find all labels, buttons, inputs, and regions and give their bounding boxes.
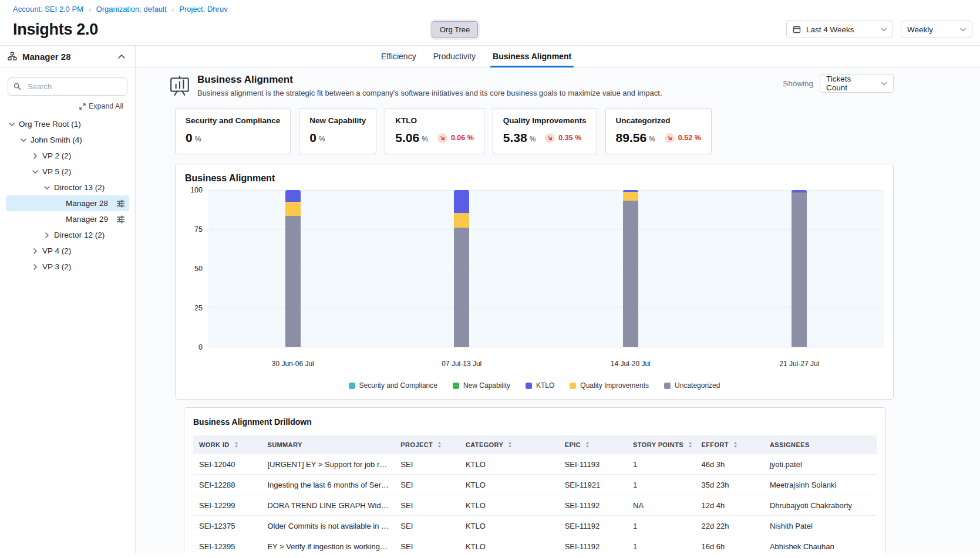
chevron-down-icon[interactable] [31,167,40,177]
chevron-down-icon[interactable] [7,120,16,129]
search-icon [14,83,21,90]
tab-productivity[interactable]: Productivity [431,46,478,67]
sort-icon[interactable] [436,441,443,448]
stacked-bar-14-jul-20-jul[interactable] [623,190,638,347]
tree-node-manager-28[interactable]: Manager 28 [6,195,129,211]
table-cell: 35d 23h [695,475,763,495]
tree-node-vp-2[interactable]: VP 2 (2) [6,148,129,164]
stacked-bar-30-jun-06-jul[interactable] [285,190,301,347]
breadcrumb-link-project[interactable]: Project: Dhruv [179,5,227,13]
table-cell: SEI [395,475,460,495]
stacked-bar-21-jul-27-jul[interactable] [792,190,807,347]
tree-node-vp-4[interactable]: VP 4 (2) [6,243,129,259]
table-cell: 16d 6h [695,536,763,554]
chevron-right-icon[interactable] [31,262,40,272]
sort-icon[interactable] [732,441,739,448]
column-header-label: WORK ID [199,441,230,448]
chart-legend: Security and ComplianceNew CapabilityKTL… [185,381,884,390]
x-axis-label: 30 Jun-06 Jul [208,360,378,368]
column-header-work-id[interactable]: WORK ID [193,435,261,454]
column-header-project[interactable]: PROJECT [395,435,460,454]
table-row-sei-12395[interactable]: SEI-12395EY > Verify if ingestion is wor… [193,536,877,554]
tree-node-vp-5[interactable]: VP 5 (2) [6,164,129,180]
chevron-down-icon[interactable] [42,183,52,192]
metric-label: New Capability [309,116,366,125]
drilldown-card: Business Alignment Drilldown WORK IDSUMM… [184,407,886,553]
chevron-down-icon[interactable] [19,136,28,145]
metric-unit: % [649,135,655,143]
column-header-inner: WORK ID [199,441,255,448]
search-input[interactable] [8,77,127,96]
date-range-dropdown[interactable]: Last 4 Weeks [786,21,893,38]
metric-card-uncategorized: Uncategorized89.56%0.52 % [605,108,712,154]
breadcrumb-separator-icon: › [89,6,91,13]
column-header-story-points[interactable]: STORY POINTS [627,435,695,454]
table-cell: 12d 4h [695,495,763,516]
table-row-sei-12375[interactable]: SEI-12375Older Commits is not available … [193,516,877,536]
metric-delta-value: 0.06 % [451,134,474,142]
chevron-right-icon[interactable] [31,246,40,256]
org-tree: Org Tree Root (1)John Smith (4)VP 2 (2)V… [0,116,135,275]
table-cell: Meetrajsinh Solanki [764,475,877,495]
column-header-label: STORY POINTS [633,441,683,448]
legend-item-ktlo[interactable]: KTLO [526,381,554,390]
tree-node-label: VP 4 (2) [42,246,71,255]
tree-node-org-tree-root[interactable]: Org Tree Root (1) [6,116,129,132]
legend-item-uncategorized[interactable]: Uncategorized [664,381,720,390]
sort-icon[interactable] [687,441,693,448]
tree-node-vp-3[interactable]: VP 3 (2) [6,259,129,275]
expand-all-button[interactable]: Expand All [0,96,135,113]
bar-segment-uncategorized [792,192,807,347]
stacked-bar-07-jul-13-jul[interactable] [454,190,469,347]
collapse-panel-button[interactable] [116,52,127,62]
tree-node-label: Org Tree Root (1) [19,120,81,128]
sidebar-title: Manager 28 [22,52,71,62]
table-row-sei-12299[interactable]: SEI-12299DORA TREND LINE GRAPH Widgets i… [193,495,877,516]
bar-segment-ktlo [454,190,469,213]
tree-node-john-smith[interactable]: John Smith (4) [6,132,129,148]
column-header-epic[interactable]: EPIC [559,435,627,454]
section-description: Business alignment is the strategic fit … [197,89,662,97]
sort-icon[interactable] [507,441,513,448]
legend-item-new-capability[interactable]: New Capability [453,381,510,390]
column-header-effort[interactable]: EFFORT [695,435,763,454]
tree-node-director-13[interactable]: Director 13 (2) [6,180,129,195]
table-cell: SEI-11921 [559,475,627,495]
table-cell: NA [627,495,695,516]
chevron-right-icon[interactable] [31,151,40,161]
node-filter-sliders-icon[interactable] [116,215,125,224]
table-cell: SEI [395,454,460,475]
sort-icon[interactable] [233,441,240,448]
table-row-sei-12288[interactable]: SEI-12288Ingesting the last 6 months of … [193,475,877,495]
tree-node-manager-29[interactable]: Manager 29 [6,211,129,227]
tree-spacer [54,215,63,224]
sidebar-header: Manager 28 [0,46,136,67]
tab-business-alignment[interactable]: Business Alignment [490,46,574,67]
node-filter-sliders-icon[interactable] [116,199,125,208]
metric-trend-badge: 0.06 % [437,133,474,143]
sort-icon[interactable] [584,441,591,448]
breadcrumb-link-organization[interactable]: Organization: default [96,5,167,13]
showing-dropdown[interactable]: Tickets Count [820,74,894,93]
gridline [208,307,884,308]
metric-value: 0 [309,131,316,145]
table-cell: Abhishek Chauhan [764,536,877,554]
table-row-sei-12040[interactable]: SEI-12040[URGENT] EY > Support for job r… [193,454,877,475]
tab-efficiency[interactable]: Efficiency [379,46,419,67]
chevron-right-icon[interactable] [42,231,52,240]
x-axis-label: 14 Jul-20 Jul [546,360,715,368]
expand-all-icon [79,103,86,110]
org-tree-button[interactable]: Org Tree [432,21,478,38]
legend-item-quality-improvements[interactable]: Quality Improvements [570,381,649,390]
metric-card-security-and-compliance: Security and Compliance0% [175,108,291,154]
breadcrumb: Account: SEI 2.0 PM›Organization: defaul… [13,5,980,13]
column-header-summary[interactable]: SUMMARY [261,435,395,454]
legend-item-security-and-compliance[interactable]: Security and Compliance [349,381,437,390]
granularity-dropdown[interactable]: Weekly [901,21,972,38]
column-header-category[interactable]: CATEGORY [460,435,559,454]
chart-title: Business Alignment [185,173,884,184]
breadcrumb-link-account[interactable]: Account: SEI 2.0 PM [13,5,83,13]
metric-trend-badge: 0.52 % [665,133,701,143]
tree-node-director-12[interactable]: Director 12 (2) [6,227,129,243]
column-header-assignees[interactable]: ASSIGNEES [764,435,877,454]
